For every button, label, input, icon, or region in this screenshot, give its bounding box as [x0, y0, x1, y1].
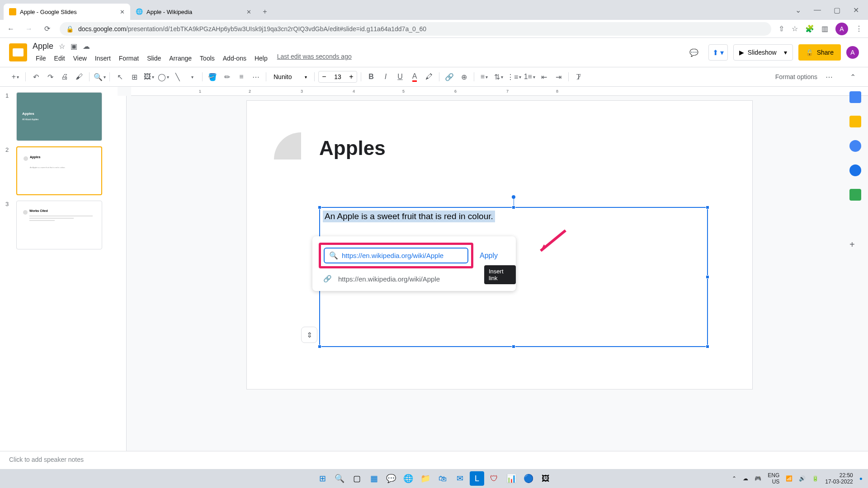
slide-title[interactable]: Apples	[319, 137, 386, 160]
maximize-icon[interactable]: ▢	[834, 6, 840, 14]
back-button[interactable]: ←	[5, 23, 16, 34]
menu-addons[interactable]: Add-ons	[220, 53, 250, 64]
numbered-list-button[interactable]: 1≡▾	[523, 70, 536, 83]
side-panel-icon[interactable]: ▥	[821, 24, 828, 33]
print-button[interactable]: 🖨	[58, 70, 71, 83]
resize-handle[interactable]	[512, 345, 515, 348]
tray-chevron-icon[interactable]: ⌃	[732, 475, 736, 482]
menu-insert[interactable]: Insert	[92, 53, 114, 64]
volume-icon[interactable]: 🔊	[799, 475, 806, 482]
close-window-icon[interactable]: ✕	[853, 6, 859, 14]
contacts-app-icon[interactable]	[849, 164, 861, 176]
widgets-icon[interactable]: ▦	[367, 471, 381, 486]
line-tool[interactable]: ╲	[171, 70, 184, 83]
italic-button[interactable]: I	[379, 70, 392, 83]
menu-format[interactable]: Format	[116, 53, 142, 64]
comments-icon[interactable]: 💬	[685, 43, 703, 61]
mcafee-icon[interactable]: 🛡	[487, 471, 501, 486]
account-avatar[interactable]: A	[846, 46, 859, 59]
app-icon[interactable]: L	[470, 471, 484, 486]
clock[interactable]: 22:50 17-03-2022	[825, 472, 853, 485]
border-dash-button[interactable]: ⋯	[250, 70, 262, 83]
browser-tab[interactable]: 🌐 Apple - Wikipedia ✕	[130, 4, 257, 20]
menu-edit[interactable]: Edit	[51, 53, 68, 64]
mail-icon[interactable]: ✉	[453, 471, 467, 486]
resize-handle[interactable]	[512, 206, 515, 209]
menu-file[interactable]: File	[33, 53, 49, 64]
store-icon[interactable]: 🛍	[435, 471, 450, 486]
slides-logo[interactable]	[9, 43, 27, 61]
star-icon[interactable]: ☆	[59, 42, 65, 51]
battery-icon[interactable]: 🔋	[812, 475, 819, 482]
menu-view[interactable]: View	[70, 53, 90, 64]
url-input[interactable]: 🔒 docs.google.com/presentation/d/1ebTKA9…	[60, 22, 771, 36]
select-tool[interactable]: ↖	[113, 70, 126, 83]
chat-icon[interactable]: 💬	[384, 471, 398, 486]
textbox-content[interactable]: An Apple is a sweet fruit that is red in…	[323, 211, 495, 222]
collapse-toolbar-button[interactable]: ⌃	[846, 70, 859, 83]
tasks-app-icon[interactable]	[849, 140, 861, 152]
close-icon[interactable]: ✕	[120, 9, 125, 15]
format-options-button[interactable]: Format options	[772, 73, 821, 80]
edge-icon[interactable]: 🌐	[401, 471, 415, 486]
share-button[interactable]: 🔒 Share	[798, 44, 841, 61]
add-app-icon[interactable]: +	[849, 239, 861, 251]
slide-thumbnail-3[interactable]: Works Cited	[16, 201, 102, 249]
undo-button[interactable]: ↶	[29, 70, 42, 83]
clear-format-button[interactable]: T̷	[572, 70, 585, 83]
last-edit-link[interactable]: Last edit was seconds ago	[277, 53, 352, 64]
speaker-notes[interactable]: Click to add speaker notes	[0, 451, 868, 469]
start-button[interactable]: ⊞	[315, 471, 330, 486]
new-tab-button[interactable]: +	[257, 4, 273, 20]
border-weight-button[interactable]: ≡	[235, 70, 248, 83]
slide-thumbnail-2[interactable]: Apples An Apple is a sweet fruit that is…	[16, 146, 102, 195]
decrease-indent-button[interactable]: ⇤	[538, 70, 550, 83]
bookmark-icon[interactable]: ☆	[792, 24, 798, 33]
textbox-tool[interactable]: ⊞	[128, 70, 141, 83]
search-icon[interactable]: 🔍	[332, 471, 347, 486]
menu-arrange[interactable]: Arrange	[166, 53, 195, 64]
language-indicator[interactable]: ENG US	[768, 472, 779, 485]
menu-help[interactable]: Help	[251, 53, 271, 64]
increase-indent-button[interactable]: ⇥	[552, 70, 565, 83]
underline-button[interactable]: U	[394, 70, 406, 83]
calendar-app-icon[interactable]	[849, 91, 861, 103]
task-view-icon[interactable]: ▢	[349, 471, 364, 486]
redo-button[interactable]: ↷	[44, 70, 57, 83]
rotate-handle[interactable]	[512, 195, 515, 199]
bullet-list-button[interactable]: ⋮≡▾	[507, 70, 521, 83]
shape-tool[interactable]: ◯▾	[157, 70, 170, 83]
keep-app-icon[interactable]	[849, 116, 861, 127]
resize-handle[interactable]	[706, 206, 709, 209]
forward-button[interactable]: →	[24, 23, 34, 34]
wifi-icon[interactable]: 📶	[786, 475, 793, 482]
cloud-icon[interactable]: ☁	[83, 42, 90, 51]
slideshow-button[interactable]: ▶ Slideshow ▾	[733, 44, 793, 61]
link-url-input[interactable]	[342, 252, 463, 259]
highlight-button[interactable]: 🖍	[423, 70, 435, 83]
font-select[interactable]: Nunito ▾	[270, 70, 311, 83]
extensions-icon[interactable]: 🧩	[805, 24, 814, 33]
increase-font-button[interactable]: +	[346, 71, 357, 82]
menu-icon[interactable]: ⋮	[855, 24, 863, 33]
align-button[interactable]: ≡▾	[478, 70, 491, 83]
slide-canvas[interactable]: Apples An Apple is a sweet fruit that is…	[246, 100, 753, 389]
resize-handle[interactable]	[706, 275, 709, 279]
move-icon[interactable]: ▣	[71, 42, 77, 51]
new-slide-button[interactable]: +▾	[9, 70, 22, 83]
profile-avatar[interactable]: A	[835, 23, 848, 35]
present-button[interactable]: ⬆ ▾	[708, 44, 728, 61]
paint-format-button[interactable]: 🖌	[73, 70, 85, 83]
explorer-icon[interactable]: 📁	[418, 471, 433, 486]
fill-color-button[interactable]: 🪣	[206, 70, 219, 83]
menu-tools[interactable]: Tools	[197, 53, 218, 64]
menu-slide[interactable]: Slide	[144, 53, 164, 64]
office-icon[interactable]: 📊	[504, 471, 519, 486]
autofit-button[interactable]: ⇕	[301, 327, 317, 343]
font-size-input[interactable]: 13	[330, 73, 346, 80]
notifications-icon[interactable]: ●	[859, 475, 863, 482]
resize-handle[interactable]	[318, 206, 321, 209]
bold-button[interactable]: B	[365, 70, 377, 83]
browser-tab-active[interactable]: Apple - Google Slides ✕	[4, 4, 130, 20]
slide-thumbnail-1[interactable]: Apples All About Apples	[16, 92, 102, 141]
